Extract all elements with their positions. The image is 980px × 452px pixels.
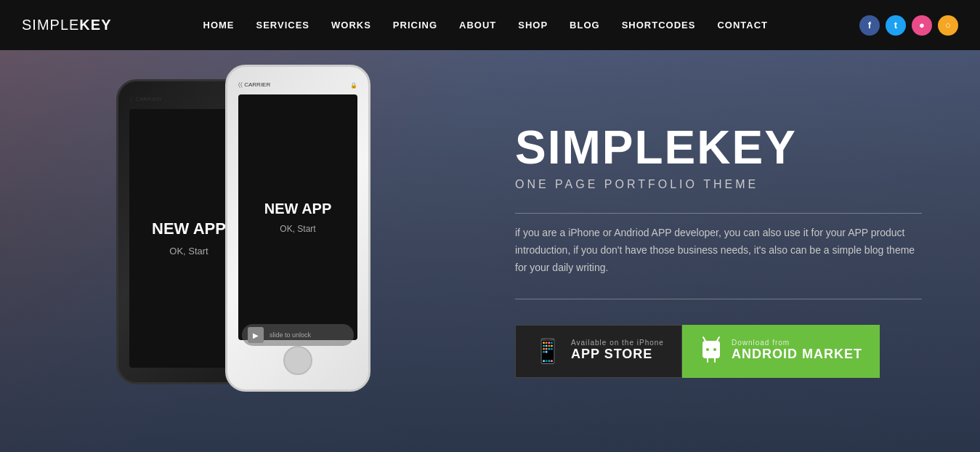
white-carrier-label: 〈〈 CARRIER — [238, 81, 270, 89]
slide-arrow-icon: ▶ — [248, 327, 264, 343]
svg-point-1 — [713, 348, 716, 351]
carrier-label: 〈〈 CARRIER — [129, 96, 161, 103]
logo-key: KEY — [79, 17, 111, 33]
android-small-text: Download from — [732, 339, 862, 347]
svg-point-0 — [706, 348, 709, 351]
iphone-icon: 📱 — [533, 337, 562, 365]
hero-subtitle: ONE PAGE PORTFOLIO THEME — [515, 178, 922, 191]
nav-contact[interactable]: CONTACT — [717, 20, 768, 31]
appstore-text: Available on the iPhone APP STORE — [571, 339, 664, 363]
phone-white-subtitle: OK, Start — [280, 224, 315, 234]
phone-white-top-bar: 〈〈 CARRIER 🔒 — [238, 81, 357, 89]
hero-description: if you are a iPhone or Andriod APP devel… — [515, 225, 922, 276]
nav-blog[interactable]: BLOG — [570, 20, 600, 31]
twitter-icon[interactable]: t — [886, 15, 906, 36]
divider-bottom — [515, 299, 922, 299]
nav-pricing[interactable]: PRICING — [393, 20, 437, 31]
nav-about[interactable]: ABOUT — [459, 20, 496, 31]
nav-home[interactable]: HOME — [203, 20, 235, 31]
content-area: SIMPLEKEY ONE PAGE PORTFOLIO THEME if yo… — [515, 50, 922, 452]
appstore-large-text: APP STORE — [571, 347, 664, 363]
main-nav: HOME SERVICES WORKS PRICING ABOUT SHOP B… — [203, 20, 768, 31]
social-icons: f t ● ○ — [859, 15, 958, 36]
appstore-small-text: Available on the iPhone — [571, 339, 664, 347]
nav-services[interactable]: SERVICES — [256, 20, 310, 31]
logo[interactable]: SIMPLEKEY — [22, 17, 111, 33]
phone-white-title: NEW APP — [264, 201, 332, 217]
facebook-icon[interactable]: f — [859, 15, 880, 36]
hero-title: SIMPLEKEY — [515, 124, 922, 171]
slide-bar: ▶ slide to unlock — [242, 324, 354, 346]
header: SIMPLEKEY HOME SERVICES WORKS PRICING AB… — [0, 0, 980, 50]
android-button[interactable]: Download from ANDROID MARKET — [682, 325, 880, 378]
phone-white: 〈〈 CARRIER 🔒 NEW APP OK, Start ▶ slide t… — [225, 65, 370, 392]
home-button[interactable] — [283, 346, 312, 375]
appstore-button[interactable]: 📱 Available on the iPhone APP STORE — [515, 325, 682, 378]
slide-text: slide to unlock — [270, 331, 311, 339]
hero-section: 〈〈 CARRIER 🔒 NEW APP OK, Start 〈〈 CARRIE… — [0, 0, 980, 452]
divider-top — [515, 213, 922, 214]
white-lock-icon: 🔒 — [350, 82, 357, 89]
android-icon — [700, 335, 723, 368]
phones-area: 〈〈 CARRIER 🔒 NEW APP OK, Start 〈〈 CARRIE… — [73, 50, 472, 452]
phone-black-subtitle: OK, Start — [169, 246, 208, 257]
android-large-text: ANDROID MARKET — [732, 347, 862, 363]
nav-works[interactable]: WORKS — [331, 20, 371, 31]
nav-shop[interactable]: SHOP — [518, 20, 548, 31]
dribbble-icon[interactable]: ● — [912, 15, 932, 36]
phone-black-title: NEW APP — [152, 220, 226, 238]
nav-shortcodes[interactable]: SHORTCODES — [622, 20, 696, 31]
cta-buttons: 📱 Available on the iPhone APP STORE — [515, 325, 922, 378]
phone-white-screen: NEW APP OK, Start ▶ slide to unlock — [238, 94, 357, 340]
android-text: Download from ANDROID MARKET — [732, 339, 862, 363]
logo-simple: SIMPLE — [22, 17, 79, 33]
rss-icon[interactable]: ○ — [938, 15, 958, 36]
